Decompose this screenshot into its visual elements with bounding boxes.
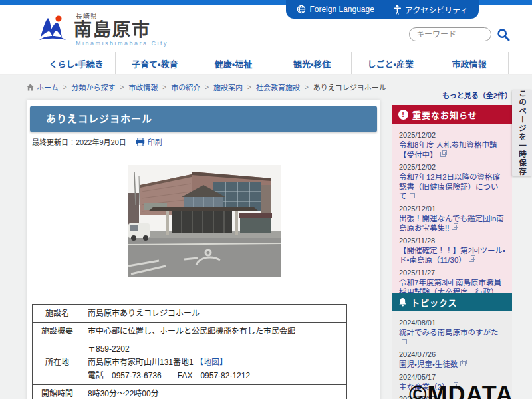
news-link[interactable]: 令和8年度 入札参加資格申請【受付中】: [399, 140, 505, 160]
foreign-language-label: Foreign Language: [309, 5, 374, 14]
breadcrumb-separator-icon: >: [203, 84, 211, 91]
facility-table: 施設名 南島原市ありえコレジヨホール 施設概要 市中心部に位置し、ホールと公民館…: [32, 304, 347, 399]
home-icon: [27, 84, 34, 91]
breadcrumb-link[interactable]: 施設案内: [213, 82, 243, 92]
foreign-language-button[interactable]: Foreign Language: [297, 5, 374, 14]
more-link[interactable]: もっと見る（全2件）: [392, 90, 512, 100]
news-link-text: 【開催確定！！】第2回ツール・ド・南島原（11/30）: [399, 247, 505, 265]
alert-icon: [398, 110, 408, 120]
table-row: 施設概要 市中心部に位置し、ホールと公民館機能を有した市民会館: [33, 323, 347, 340]
search-icon[interactable]: [497, 28, 510, 41]
table-row: 所在地 〒859-2202 南島原市有家町山川131番地1 【地図】 電話 09…: [33, 340, 347, 385]
important-notices: 重要なお知らせ 2025/12/02 令和8年度 入札参加資格申請【受付中】 2…: [392, 105, 512, 313]
nav-item[interactable]: しごと・産業: [351, 52, 430, 74]
accessibility-label: アクセシビリティ: [405, 4, 468, 15]
breadcrumb-link[interactable]: 市政情報: [128, 82, 158, 92]
external-link-icon: [410, 193, 415, 198]
nav-item[interactable]: 市政情報: [430, 52, 509, 74]
list-item: 2025/12/02 令和7年12月2日以降の資格確認書（旧健康保険証）について: [399, 162, 505, 201]
main-content: ありえコレジヨホール 最終更新日：2022年9月20日 印刷: [27, 100, 380, 399]
breadcrumb: > ホーム > 分類から探す > 市政情報 > 市の紹介: [27, 82, 386, 92]
nav-item[interactable]: 健康・福祉: [194, 52, 272, 74]
breadcrumb-separator-icon: >: [118, 84, 126, 91]
breadcrumb-item: > ホーム: [37, 82, 59, 92]
row-label: 所在地: [33, 340, 82, 385]
prefecture-label: 長崎県: [76, 13, 168, 21]
important-notices-list: 2025/12/02 令和8年度 入札参加資格申請【受付中】 2025/12/0…: [392, 124, 512, 313]
site-logo[interactable]: 長崎県 南島原市 Minamishimabara City: [37, 13, 168, 47]
list-item: 2024/08/01 統計でみる南島原市のすがた: [399, 318, 505, 347]
breadcrumb-item: > 市の紹介: [160, 82, 200, 92]
street-address: 南島原市有家町山川131番地1 【地図】: [88, 356, 341, 369]
facility-photo: [128, 165, 281, 277]
external-link-icon: [402, 339, 407, 344]
news-link-text: 園児・児童・生徒数: [399, 360, 458, 368]
nav-item-label: 観光・移住: [293, 57, 331, 70]
page-meta: 最終更新日：2022年9月20日 印刷: [32, 136, 162, 147]
news-link[interactable]: 園児・児童・生徒数: [399, 360, 505, 370]
nav-item[interactable]: 子育て・教育: [115, 52, 194, 74]
breadcrumb-link[interactable]: 社会教育施設: [256, 82, 300, 92]
search-input[interactable]: [409, 27, 491, 41]
last-updated: 最終更新日：2022年9月20日: [32, 136, 126, 147]
breadcrumb-item: > 市政情報: [118, 82, 158, 92]
topics-header: トピックス: [392, 293, 512, 311]
row-value: 市中心部に位置し、ホールと公民館機能を有した市民会館: [82, 323, 347, 340]
news-link-text: 令和8年度 入札参加資格申請【受付中】: [399, 141, 497, 159]
list-item: 2025/11/28 【開催確定！！】第2回ツール・ド・南島原（11/30）: [399, 236, 505, 265]
breadcrumb-link[interactable]: 分類から探す: [72, 82, 116, 92]
important-notices-header: 重要なお知らせ: [392, 105, 512, 124]
city-emblem-icon: [37, 13, 68, 44]
nav-item-label: 健康・福祉: [215, 57, 252, 70]
breadcrumb-link[interactable]: 市の紹介: [171, 82, 200, 92]
news-date: 2025/11/28: [399, 236, 505, 246]
nav-item-label: くらし・手続き: [49, 57, 103, 70]
breadcrumb-link[interactable]: ありえコレジヨホール: [313, 82, 386, 92]
city-name-en: Minamishimabara City: [76, 41, 168, 47]
utility-bar: Foreign Language アクセシビリティ: [286, 0, 479, 19]
nav-item[interactable]: 観光・移住: [273, 52, 351, 74]
breadcrumb-item: > 社会教育施設: [245, 82, 300, 92]
row-label: 施設名: [33, 305, 82, 323]
table-row: 開館時間 8時30分～22時00分: [33, 385, 347, 399]
save-page-tab[interactable]: このページを一時保存: [512, 90, 532, 176]
site-logo-text: 長崎県 南島原市 Minamishimabara City: [74, 13, 168, 47]
page-title: ありえコレジヨホール: [30, 106, 377, 132]
page: Foreign Language アクセシビリティ 長崎県 南島原市 Minam…: [0, 0, 532, 399]
news-link-text: 統計でみる南島原市のすがた: [399, 329, 499, 336]
city-name: 南島原市: [74, 21, 168, 39]
news-link[interactable]: 令和7年12月2日以降の資格確認書（旧健康保険証）について: [399, 172, 505, 201]
news-date: 2025/11/27: [399, 268, 505, 278]
list-item: 2025/12/02 令和8年度 入札参加資格申請【受付中】: [399, 130, 505, 160]
row-value: 〒859-2202 南島原市有家町山川131番地1 【地図】 電話 0957-7…: [82, 340, 347, 385]
phone-fax: 電話 0957-73-6736 FAX 0957-82-1212: [88, 369, 341, 382]
breadcrumb-separator-icon: >: [61, 84, 69, 91]
news-date: 2025/12/01: [399, 204, 505, 214]
print-button[interactable]: 印刷: [136, 136, 162, 147]
row-label: 施設概要: [33, 323, 82, 340]
news-date: 2024/07/26: [399, 350, 505, 360]
watermark: ©MDATA: [409, 383, 513, 399]
external-link-icon: [440, 152, 446, 157]
accessibility-button[interactable]: アクセシビリティ: [393, 4, 468, 15]
bell-icon: [398, 297, 407, 307]
external-link-icon: [469, 257, 474, 262]
news-link[interactable]: 【開催確定！！】第2回ツール・ド・南島原（11/30）: [399, 246, 505, 265]
list-item: 2025/12/01 出張！開運なんでも鑑定団in南島原お宝募集!!: [399, 204, 505, 233]
map-link[interactable]: 【地図】: [196, 358, 227, 367]
nav-item-label: しごと・産業: [368, 57, 414, 70]
breadcrumb-separator-icon: >: [245, 84, 253, 91]
nav-item[interactable]: くらし・手続き: [37, 52, 115, 74]
important-notices-title: 重要なお知らせ: [412, 108, 477, 121]
row-value: 8時30分～22時00分: [82, 385, 347, 399]
breadcrumb-separator-icon: >: [160, 84, 168, 91]
external-link-icon: [460, 361, 466, 366]
breadcrumb-link[interactable]: ホーム: [37, 82, 59, 92]
list-item: 2024/07/26 園児・児童・生徒数: [399, 350, 505, 370]
topics-title: トピックス: [411, 296, 458, 309]
print-label: 印刷: [148, 136, 162, 147]
postal-code: 〒859-2202: [88, 342, 341, 356]
news-link[interactable]: 出張！開運なんでも鑑定団in南島原お宝募集!!: [399, 214, 505, 233]
news-date: 2025/12/02: [399, 130, 505, 140]
news-link[interactable]: 統計でみる南島原市のすがた: [399, 328, 505, 347]
